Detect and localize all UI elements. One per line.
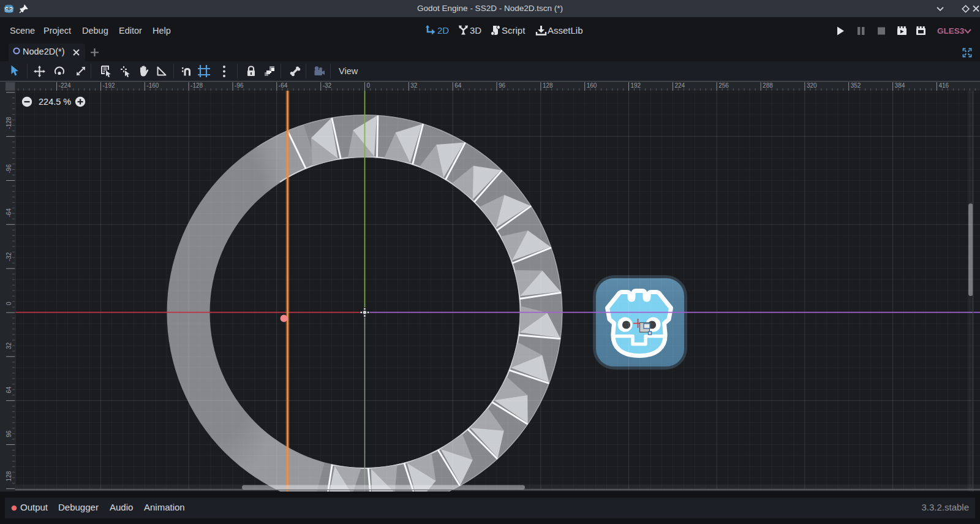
svg-text:224: 224 [674,82,685,89]
svg-text:128: 128 [6,471,12,481]
svg-text:256: 256 [718,82,729,89]
svg-text:384: 384 [895,82,905,89]
svg-text:352: 352 [851,82,861,89]
svg-text:64: 64 [454,82,462,89]
svg-text:-224: -224 [59,82,71,89]
svg-text:96: 96 [499,82,506,89]
svg-text:-128: -128 [6,116,12,129]
svg-text:-96: -96 [6,164,12,173]
svg-text:-160: -160 [146,82,159,89]
svg-text:-96: -96 [235,82,244,89]
svg-text:320: 320 [807,82,817,89]
svg-text:0: 0 [367,82,371,89]
svg-text:-64: -64 [6,208,12,217]
svg-text:416: 416 [938,82,949,89]
svg-text:-128: -128 [190,82,203,89]
svg-text:32: 32 [410,82,418,89]
svg-text:0: 0 [6,302,12,305]
svg-text:288: 288 [763,82,773,89]
svg-text:-32: -32 [6,252,12,261]
svg-text:-32: -32 [323,82,332,89]
svg-text:32: 32 [6,342,12,349]
svg-text:96: 96 [6,430,12,438]
svg-text:192: 192 [631,82,641,89]
svg-text:-64: -64 [279,82,288,89]
svg-text:-192: -192 [103,82,115,89]
svg-text:128: 128 [543,82,553,89]
svg-text:64: 64 [6,386,12,393]
svg-text:224.5 %: 224.5 % [39,97,71,107]
svg-text:160: 160 [587,82,597,89]
